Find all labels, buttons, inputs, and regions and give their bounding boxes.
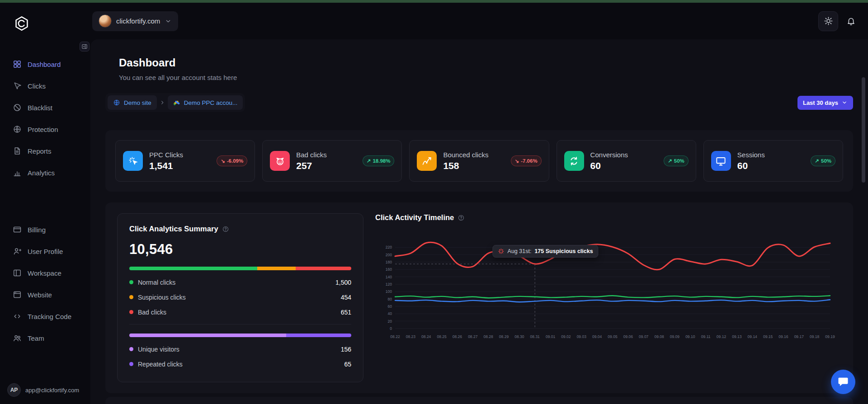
trend-arrow-icon — [221, 158, 225, 164]
notifications-button[interactable] — [845, 16, 856, 27]
stats-section: PPC Clicks 1,541 -6.09% Bad clicks 257 1… — [105, 130, 853, 192]
svg-text:08.25: 08.25 — [437, 334, 447, 339]
svg-text:08.28: 08.28 — [484, 334, 494, 339]
trend-arrow-icon — [367, 158, 371, 164]
ppc-account-chip[interactable]: Demo PPC accou... — [168, 95, 243, 110]
account-switcher[interactable]: clickfortify.com — [92, 11, 178, 31]
trend-arrow-icon — [815, 158, 819, 164]
globe-icon — [113, 99, 120, 106]
clicks-legend: Normal clicks 1,500 Suspicious clicks 45… — [129, 275, 351, 319]
trend-arrow-icon — [668, 158, 672, 164]
legend-dot — [129, 310, 133, 314]
click-icon — [127, 155, 139, 167]
sun-icon — [824, 16, 833, 26]
date-range-button[interactable]: Last 30 days — [797, 96, 853, 110]
svg-text:08.24: 08.24 — [421, 334, 431, 339]
sidebar-item-workspace[interactable]: Workspace — [0, 262, 90, 284]
sidebar-item-tracking-code[interactable]: Tracking Code — [0, 305, 90, 327]
sidebar-item-label: Protection — [28, 126, 58, 133]
total-clicks-value: 10,546 — [129, 241, 351, 258]
svg-text:200: 200 — [386, 253, 392, 257]
user-plus-icon — [13, 247, 22, 256]
sidebar-item-analytics[interactable]: Analytics — [0, 162, 90, 183]
svg-text:140: 140 — [386, 275, 392, 279]
scrollbar-thumb[interactable] — [862, 77, 865, 183]
info-icon[interactable] — [222, 225, 229, 233]
stat-value: 60 — [737, 160, 805, 171]
stat-label: Bounced clicks — [443, 151, 504, 159]
legend-row-repeated-clicks: Repeated clicks 65 — [129, 357, 351, 371]
filter-row: Demo site Demo PPC accou... Last 30 days — [105, 93, 853, 112]
sidebar-item-clicks[interactable]: Clicks — [0, 75, 90, 97]
svg-text:09.19: 09.19 — [825, 334, 835, 339]
svg-text:08.27: 08.27 — [468, 334, 478, 339]
chevron-down-icon — [841, 99, 848, 106]
workspace-icon — [13, 268, 22, 277]
sidebar-item-protection[interactable]: Protection — [0, 118, 90, 140]
sidebar-item-label: Team — [28, 334, 44, 342]
svg-text:180: 180 — [386, 260, 392, 264]
theme-toggle-button[interactable] — [818, 11, 838, 31]
sidebar-item-reports[interactable]: Reports — [0, 140, 90, 162]
svg-text:100: 100 — [386, 289, 392, 294]
stat-card-bounced-clicks: Bounced clicks 158 -7.06% — [409, 140, 549, 182]
sidebar-collapse-button[interactable] — [80, 42, 90, 52]
sidebar-item-dashboard[interactable]: Dashboard — [0, 53, 90, 75]
svg-text:09.04: 09.04 — [592, 334, 602, 339]
sidebar-item-billing[interactable]: Billing — [0, 219, 90, 240]
next-section-partial — [105, 397, 853, 404]
legend-dot — [129, 362, 133, 366]
ppc-account-chip-label: Demo PPC accou... — [184, 99, 238, 106]
sidebar-account[interactable]: AP app@clickfortify.com — [7, 383, 79, 397]
sidebar-nav-primary: Dashboard Clicks Blacklist Protection Re… — [0, 53, 90, 183]
visitors-legend: Unique visitors 156 Repeated clicks 65 — [129, 342, 351, 371]
svg-text:220: 220 — [386, 245, 392, 249]
chat-icon — [837, 376, 849, 388]
app-logo[interactable] — [14, 15, 30, 32]
chat-fab-button[interactable] — [831, 370, 855, 394]
stat-value: 158 — [443, 160, 504, 171]
google-ads-icon — [173, 99, 180, 106]
stat-value: 257 — [296, 160, 356, 171]
clicks-breakdown-bar — [129, 267, 351, 270]
ban-icon — [13, 103, 22, 112]
document-icon — [13, 146, 22, 155]
site-chip[interactable]: Demo site — [108, 95, 157, 110]
spinner-icon — [498, 248, 505, 254]
svg-text:09.05: 09.05 — [608, 334, 618, 339]
sidebar-item-label: Blacklist — [28, 104, 52, 112]
scrollbar[interactable] — [862, 3, 867, 404]
stat-label: Sessions — [737, 151, 805, 159]
sidebar-item-label: Tracking Code — [28, 313, 71, 320]
date-range-label: Last 30 days — [803, 99, 838, 106]
tooltip-label: Aug 31st: — [508, 248, 532, 254]
sidebar-item-blacklist[interactable]: Blacklist — [0, 97, 90, 118]
devil-icon — [274, 155, 286, 167]
summary-title: Click Analytics Summary — [129, 225, 218, 233]
team-icon — [13, 334, 22, 343]
chevron-down-icon — [165, 18, 172, 25]
topbar: clickfortify.com — [90, 3, 868, 39]
svg-text:09.07: 09.07 — [639, 334, 649, 339]
timeline-chart[interactable]: 02040608010012014016018020022008.2208.23… — [375, 234, 841, 342]
bar-chart-icon — [13, 168, 22, 177]
main-content: Dashboard You can see all your account s… — [90, 39, 868, 404]
stat-card-sessions: Sessions 60 50% — [703, 140, 843, 182]
sidebar: Dashboard Clicks Blacklist Protection Re… — [0, 3, 90, 404]
sidebar-item-team[interactable]: Team — [0, 327, 90, 349]
timeline-chart-svg: 02040608010012014016018020022008.2208.23… — [375, 234, 836, 342]
svg-text:08.31: 08.31 — [530, 334, 540, 339]
legend-row-unique-visitors: Unique visitors 156 — [129, 342, 351, 357]
legend-dot — [129, 295, 133, 299]
cursor-icon — [13, 81, 22, 90]
sidebar-item-user-profile[interactable]: User Profile — [0, 240, 90, 262]
svg-text:09.16: 09.16 — [778, 334, 788, 339]
sidebar-item-website[interactable]: Website — [0, 284, 90, 305]
svg-text:08.26: 08.26 — [453, 334, 462, 339]
stat-label: Conversions — [590, 151, 658, 159]
account-avatar — [99, 14, 112, 28]
stat-value: 1,541 — [149, 160, 210, 171]
dashboard-icon — [13, 60, 22, 69]
info-icon[interactable] — [458, 214, 465, 221]
account-email: app@clickfortify.com — [25, 387, 79, 394]
